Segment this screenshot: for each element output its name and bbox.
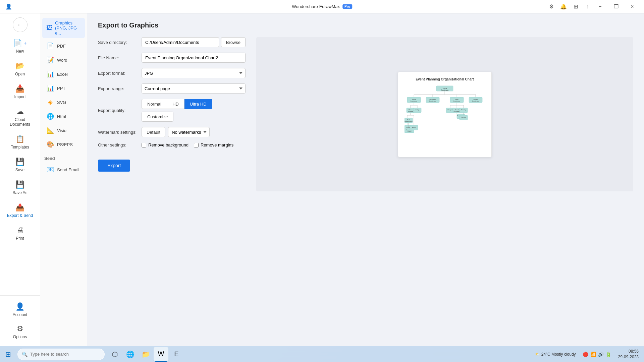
close-button[interactable]: × — [625, 1, 640, 12]
sidebar-item-pseps[interactable]: 🎨 PS/EPS — [42, 138, 85, 151]
quality-normal-button[interactable]: Normal — [142, 99, 167, 109]
taskbar-search[interactable]: 🔍 — [17, 349, 105, 360]
remove-margins-input[interactable] — [194, 143, 199, 147]
nav-templates-label: Templates — [11, 145, 29, 149]
export-range-label: Export range: — [98, 86, 142, 91]
user-icon[interactable]: 👤 — [4, 2, 13, 11]
cloud-icon[interactable]: ↑ — [583, 2, 592, 11]
title-bar-icons: 👤 — [4, 2, 13, 11]
save-directory-label: Save directory: — [98, 40, 142, 45]
nav-item-export[interactable]: 📤 Export & Send — [2, 200, 38, 221]
quality-buttons: Normal HD Ultra HD — [142, 99, 246, 109]
sidebar-word-label: Word — [57, 58, 67, 63]
send-section-label: Send — [40, 152, 87, 162]
sidebar-item-svg[interactable]: ◈ SVG — [42, 96, 85, 109]
nav-item-save[interactable]: 💾 Save — [2, 154, 38, 176]
customize-button[interactable]: Customize — [142, 112, 173, 122]
sidebar-item-excel[interactable]: 📊 Excel — [42, 68, 85, 80]
saveas-icon: 💾 — [15, 180, 24, 189]
options-icon: ⚙ — [17, 324, 23, 333]
sidebar-excel-label: Excel — [57, 72, 68, 77]
org-chart-preview: Grand Coordinator Venue Coordinator — [405, 84, 485, 152]
templates-icon: 📋 — [15, 135, 24, 143]
nav-new-label: New — [16, 49, 24, 54]
sidebar-visio-label: Visio — [57, 128, 66, 133]
sidebar-item-pdf[interactable]: 📄 PDF — [42, 40, 85, 52]
notification-icon[interactable]: 🔔 — [559, 2, 568, 11]
sidebar-item-visio[interactable]: 📐 Visio — [42, 124, 85, 137]
weather-text: 24°C Mostly cloudy — [541, 352, 576, 357]
nav-open-label: Open — [15, 72, 25, 76]
sidebar-item-graphics[interactable]: 🖼 Graphics (PNG, JPG e... — [42, 18, 85, 38]
word-icon: 📝 — [46, 56, 54, 64]
svg-text:Decor: Decor — [412, 126, 416, 128]
tray-sound-icon[interactable]: 🔊 — [598, 352, 604, 357]
sidebar-html-label: Html — [57, 114, 66, 119]
other-settings-row: Other settings: Remove background Remove… — [98, 142, 246, 147]
remove-margins-checkbox[interactable]: Remove margins — [194, 142, 233, 147]
nav-options-label: Options — [13, 335, 27, 339]
nav-bottom: 👤 Account ⚙ Options — [0, 295, 40, 343]
taskbar-app-edge[interactable]: 🌐 — [123, 347, 138, 362]
sidebar-pdf-label: PDF — [57, 44, 66, 49]
taskbar-app-widgets[interactable]: ⬡ — [107, 347, 122, 362]
quality-ultrahd-button[interactable]: Ultra HD — [184, 99, 212, 109]
watermark-select[interactable]: No watermarks Watermark 1 — [168, 127, 210, 137]
watermark-default-button[interactable]: Default — [142, 127, 165, 137]
share-icon[interactable]: ⊞ — [571, 2, 580, 11]
export-format-control: JPG PNG BMP SVG — [142, 68, 246, 78]
start-button[interactable]: ⊞ — [0, 346, 16, 362]
taskbar-app-word[interactable]: W — [154, 347, 168, 362]
nav-item-open[interactable]: 📂 Open — [2, 58, 38, 80]
nav-item-account[interactable]: 👤 Account — [2, 299, 38, 320]
watermark-row: Watermark settings: Default No watermark… — [98, 127, 246, 137]
remove-background-input[interactable] — [142, 143, 146, 147]
nav-item-print[interactable]: 🖨 Print — [2, 223, 38, 244]
quality-hd-button[interactable]: HD — [167, 99, 184, 109]
remove-background-checkbox[interactable]: Remove background — [142, 142, 189, 147]
file-name-label: File Name: — [98, 55, 142, 60]
export-format-select[interactable]: JPG PNG BMP SVG — [142, 68, 246, 78]
back-button[interactable]: ← — [13, 17, 28, 32]
export-quality-control: Normal HD Ultra HD Customize — [142, 99, 246, 122]
taskbar-app-edraw[interactable]: E — [169, 347, 184, 362]
nav-import-label: Import — [14, 95, 25, 99]
tray-date: 29-09-2023 — [618, 354, 639, 360]
restore-button[interactable]: ❐ — [608, 1, 624, 12]
nav-item-templates[interactable]: 📋 Templates — [2, 131, 38, 153]
left-nav: ← 📄 + New 📂 Open 📥 Import ☁ Cloud Docume… — [0, 13, 40, 346]
export-fields: Save directory: Browse File Name: — [98, 37, 246, 172]
file-name-row: File Name: — [98, 53, 246, 63]
settings-icon[interactable]: ⚙ — [547, 2, 556, 11]
email-icon: 📧 — [46, 166, 54, 173]
save-directory-group: Browse — [142, 37, 246, 47]
search-icon: 🔍 — [22, 352, 28, 357]
tray-notification-icon[interactable]: 🔴 — [583, 352, 588, 357]
export-range-select[interactable]: Current page All pages Selected pages — [142, 83, 246, 94]
nav-item-options[interactable]: ⚙ Options — [2, 321, 38, 343]
nav-item-saveas[interactable]: 💾 Save As — [2, 177, 38, 198]
export-form: Save directory: Browse File Name: — [98, 37, 633, 191]
sidebar-item-html[interactable]: 🌐 Html — [42, 110, 85, 123]
search-input[interactable] — [30, 352, 97, 357]
file-name-input[interactable] — [142, 53, 246, 63]
nav-item-cloud[interactable]: ☁ Cloud Documents — [2, 104, 38, 130]
tray-clock: 08:56 — [618, 349, 639, 354]
account-icon: 👤 — [15, 302, 24, 311]
tray-network-icon[interactable]: 📶 — [590, 352, 596, 357]
export-button[interactable]: Export — [98, 160, 130, 172]
tray-icons: 🔴 📶 🔊 🔋 — [580, 350, 614, 358]
save-directory-input[interactable] — [142, 37, 219, 47]
taskbar-app-explorer[interactable]: 📁 — [138, 347, 153, 362]
sidebar-item-ppt[interactable]: 📊 PPT — [42, 82, 85, 95]
nav-item-import[interactable]: 📥 Import — [2, 81, 38, 103]
minimize-button[interactable]: − — [592, 1, 608, 12]
svg-text:Equipment: Equipment — [453, 111, 460, 112]
sidebar-ppt-label: PPT — [57, 86, 65, 91]
nav-item-new[interactable]: 📄 + New — [2, 36, 38, 57]
export-range-control: Current page All pages Selected pages — [142, 83, 246, 94]
sidebar-item-word[interactable]: 📝 Word — [42, 54, 85, 66]
sidebar-item-email[interactable]: 📧 Send Email — [42, 163, 85, 176]
svg-text:Coordinator: Coordinator — [441, 89, 449, 91]
browse-button[interactable]: Browse — [221, 37, 246, 47]
